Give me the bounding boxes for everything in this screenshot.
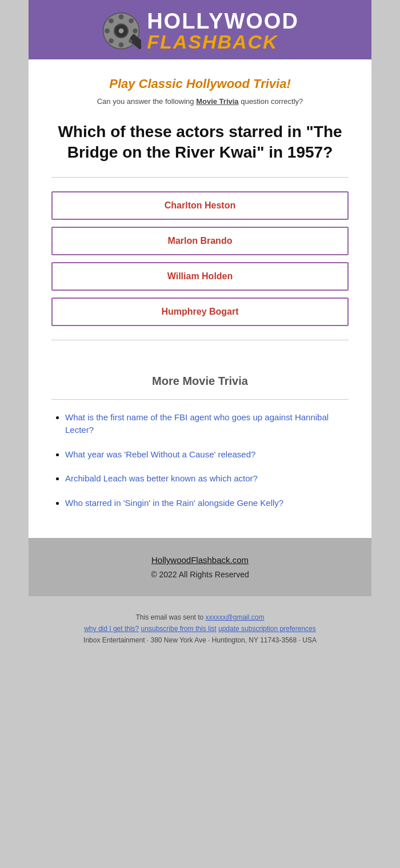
subtitle-link: Movie Trivia [196, 97, 238, 106]
header-banner: HOLLYWOOD FLASHBACK [29, 0, 371, 59]
film-reel-icon [101, 11, 141, 51]
unsubscribe-link[interactable]: unsubscribe from this list [141, 625, 217, 633]
header-flashback: FLASHBACK [147, 32, 278, 51]
trivia-list: What is the first name of the FBI agent … [51, 411, 349, 510]
movie-trivia-link[interactable]: Movie Trivia [196, 97, 238, 106]
answer-humphrey-bogart[interactable]: Humphrey Bogart [51, 298, 349, 326]
more-trivia-section: More Movie Trivia What is the first name… [29, 369, 371, 539]
list-item: What year was 'Rebel Without a Cause' re… [65, 448, 349, 461]
links-row: why did I get this? unsubscribe from thi… [23, 625, 377, 633]
header-hollywood: HOLLYWOOD [147, 10, 299, 32]
subtitle-post: question correctly? [239, 97, 303, 106]
email-footer: This email was sent to xxxxxx@gmail.com … [0, 596, 400, 656]
answer-marlon-brando[interactable]: Marlon Brando [51, 227, 349, 255]
divider-bottom [51, 340, 349, 340]
answer-william-holden[interactable]: William Holden [51, 262, 349, 291]
svg-point-4 [119, 42, 124, 47]
list-item: What is the first name of the FBI agent … [65, 411, 349, 437]
divider-trivia [51, 399, 349, 400]
svg-point-10 [109, 38, 114, 43]
why-link[interactable]: why did I get this? [84, 625, 139, 633]
trivia-link-3[interactable]: Archibald Leach was better known as whic… [65, 473, 258, 483]
answers-section: Charlton Heston Marlon Brando William Ho… [51, 191, 349, 326]
footer-copyright: © 2022 All Rights Reserved [40, 570, 360, 579]
email-link[interactable]: xxxxxx@gmail.com [206, 613, 265, 621]
update-prefs-link[interactable]: update subscription preferences [218, 625, 316, 633]
trivia-link-1[interactable]: What is the first name of the FBI agent … [65, 412, 329, 435]
svg-point-9 [129, 18, 134, 23]
trivia-link-4[interactable]: Who starred in 'Singin' in the Rain' alo… [65, 498, 283, 508]
main-content: Play Classic Hollywood Trivia! Can you a… [29, 59, 371, 369]
address-line: Inbox Entertainment · 380 New York Ave ·… [23, 636, 377, 644]
trivia-link-2[interactable]: What year was 'Rebel Without a Cause' re… [65, 449, 255, 459]
subtitle-pre: Can you answer the following [97, 97, 196, 106]
more-trivia-title: More Movie Trivia [51, 375, 349, 388]
question-text: Which of these actors starred in "The Br… [51, 122, 349, 163]
divider-top [51, 177, 349, 178]
svg-point-3 [119, 14, 124, 19]
play-trivia-heading: Play Classic Hollywood Trivia! [51, 77, 349, 91]
footer-main: HollywoodFlashback.com © 2022 All Rights… [29, 538, 371, 596]
sent-to-line: This email was sent to xxxxxx@gmail.com [23, 613, 377, 621]
svg-point-7 [109, 18, 114, 23]
list-item: Who starred in 'Singin' in the Rain' alo… [65, 497, 349, 510]
answer-charlton-heston[interactable]: Charlton Heston [51, 191, 349, 220]
site-link[interactable]: HollywoodFlashback.com [151, 555, 249, 565]
subtitle: Can you answer the following Movie Trivi… [51, 97, 349, 106]
svg-point-6 [133, 29, 138, 34]
list-item: Archibald Leach was better known as whic… [65, 472, 349, 485]
svg-point-2 [119, 29, 124, 34]
sent-label: This email was sent to [136, 613, 206, 621]
svg-point-5 [105, 29, 110, 34]
